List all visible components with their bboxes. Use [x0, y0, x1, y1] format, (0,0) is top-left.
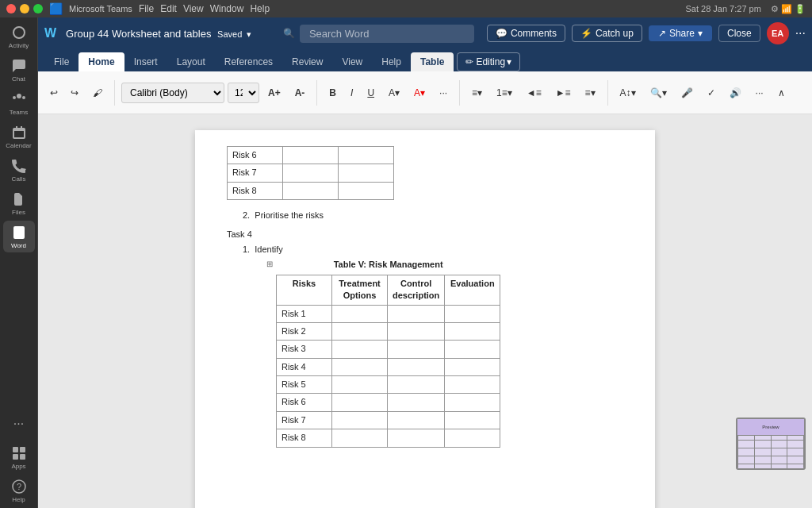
word-topbar: W Group 44 Worksheet and tables Saved ▾ …: [38, 17, 812, 49]
table-cell: [388, 376, 445, 394]
indent-button[interactable]: ►≡: [550, 80, 576, 106]
table-header-row: Risks TreatmentOptions Controldescriptio…: [277, 275, 500, 305]
table-cell: Risk 6: [277, 394, 332, 411]
font-color-button[interactable]: A▾: [408, 80, 431, 106]
font-size-select[interactable]: 12: [228, 83, 259, 103]
tab-layout[interactable]: Layout: [167, 52, 215, 71]
traffic-lights[interactable]: [6, 4, 43, 13]
tab-table[interactable]: Table: [411, 52, 454, 71]
sidebar-item-teams[interactable]: Teams: [3, 87, 35, 119]
share-button[interactable]: ↗ Share ▾: [649, 25, 712, 41]
separator-1: [114, 80, 115, 106]
tab-editing[interactable]: ✏ Editing ▾: [457, 52, 520, 71]
title-bar: 🟦 Microsoft Teams File Edit View Window …: [0, 0, 812, 17]
task4-heading: Task 4: [227, 229, 623, 241]
ribbon-tabs-bar: File Home Insert Layout References Revie…: [38, 49, 812, 71]
font-family-select[interactable]: Calibri (Body): [121, 83, 224, 103]
doc-title: Group 44 Worksheet and tables Saved ▾: [66, 28, 277, 40]
ribbon-collapse-button[interactable]: ∧: [772, 80, 791, 106]
sidebar-item-apps[interactable]: Apps: [3, 441, 35, 473]
italic-button[interactable]: I: [345, 80, 358, 106]
highlight-button[interactable]: A▾: [383, 80, 405, 106]
table-row: Risk 7: [228, 164, 394, 182]
table-cell: [283, 147, 339, 164]
table-cell: [388, 394, 445, 411]
outdent-button[interactable]: ◄≡: [521, 80, 547, 106]
tab-insert[interactable]: Insert: [124, 52, 167, 71]
numbered-list-item-2: 2. Prioritise the risks: [243, 210, 623, 221]
find-button[interactable]: 🔍▾: [645, 80, 672, 106]
table5-title: Table V: Risk Management: [276, 259, 500, 271]
sidebar-item-activity[interactable]: Activity: [3, 21, 35, 52]
menu-view[interactable]: View: [183, 3, 204, 14]
catch-up-button[interactable]: ⚡ Catch up: [572, 25, 642, 42]
table-cell: [339, 147, 394, 164]
voice-button[interactable]: 🔊: [724, 80, 747, 106]
table-row: Risk 3: [277, 341, 500, 358]
close-button[interactable]: [6, 4, 16, 13]
share-icon: ↗: [658, 28, 666, 39]
grow-font-button[interactable]: A+: [262, 80, 286, 106]
shrink-font-button[interactable]: A-: [289, 80, 311, 106]
chevron-down-icon: ▾: [698, 28, 703, 39]
sidebar-item-help[interactable]: ? Help: [3, 475, 35, 506]
underline-button[interactable]: U: [362, 80, 380, 106]
col-evaluation: Evaluation: [445, 275, 500, 305]
redo-button[interactable]: ↪: [65, 80, 84, 106]
table-row: Risk 8: [277, 429, 500, 447]
sidebar-item-calls[interactable]: Calls: [3, 154, 35, 186]
table-cell: [388, 411, 445, 429]
separator-3: [459, 80, 460, 106]
bullets-button[interactable]: ≡▾: [466, 80, 488, 106]
menu-window[interactable]: Window: [210, 3, 244, 14]
tab-view[interactable]: View: [332, 52, 372, 71]
table-cell: Risk 3: [277, 341, 332, 358]
table-cell: [388, 322, 445, 340]
editor-button[interactable]: ✓: [702, 80, 721, 106]
tab-references[interactable]: References: [215, 52, 282, 71]
document-content: Risk 6 Risk 7 Risk 8: [227, 146, 623, 448]
tab-home[interactable]: Home: [79, 52, 124, 71]
table-resize-handle[interactable]: ⊞: [266, 259, 273, 270]
tab-file[interactable]: File: [44, 52, 79, 71]
menu-edit[interactable]: Edit: [160, 3, 177, 14]
sidebar-item-calendar[interactable]: Calendar: [3, 121, 35, 152]
sidebar-item-more[interactable]: ···: [3, 408, 35, 440]
table-cell: Risk 1: [277, 305, 332, 322]
close-word-button[interactable]: Close: [718, 25, 760, 42]
svg-text:?: ?: [16, 482, 21, 491]
sidebar-item-files[interactable]: Files: [3, 187, 35, 219]
menu-help[interactable]: Help: [250, 3, 270, 14]
numbering-button[interactable]: 1≡▾: [491, 80, 518, 106]
system-icons: ⚙ 📶 🔋: [771, 4, 806, 14]
table-cell: Risk 8: [228, 182, 283, 199]
pencil-icon: ✏: [465, 56, 473, 67]
maximize-button[interactable]: [33, 4, 43, 13]
sidebar-item-word[interactable]: Word: [3, 221, 35, 252]
search-word-input[interactable]: [300, 25, 474, 43]
more-options-icon[interactable]: ···: [795, 26, 806, 40]
undo-button[interactable]: ↩: [44, 80, 63, 106]
sidebar-item-chat[interactable]: Chat: [3, 54, 35, 86]
format-painter-button[interactable]: 🖌: [87, 80, 108, 106]
thumbnail-preview: Preview: [736, 418, 806, 470]
minimize-button[interactable]: [20, 4, 29, 13]
dictate-button[interactable]: 🎤: [676, 80, 699, 106]
align-button[interactable]: ≡▾: [580, 80, 601, 106]
table-cell: [332, 376, 388, 394]
bold-button[interactable]: B: [324, 80, 342, 106]
menu-file[interactable]: File: [139, 3, 154, 14]
comments-button[interactable]: 💬 Comments: [487, 25, 565, 42]
teams-sidebar: Activity Chat Teams Calendar Calls Files…: [0, 17, 38, 508]
table-cell: [388, 429, 445, 447]
ribbon-more-button[interactable]: ···: [750, 80, 769, 106]
more-text-button[interactable]: ···: [434, 80, 453, 106]
svg-rect-3: [13, 454, 18, 460]
table-cell: Risk 8: [277, 429, 332, 447]
document-area[interactable]: Risk 6 Risk 7 Risk 8: [38, 114, 812, 508]
tab-review[interactable]: Review: [282, 52, 332, 71]
tab-help[interactable]: Help: [372, 52, 411, 71]
text-direction-button[interactable]: A↕▾: [615, 80, 642, 106]
table-cell: [388, 358, 445, 375]
table-cell: [445, 376, 500, 394]
